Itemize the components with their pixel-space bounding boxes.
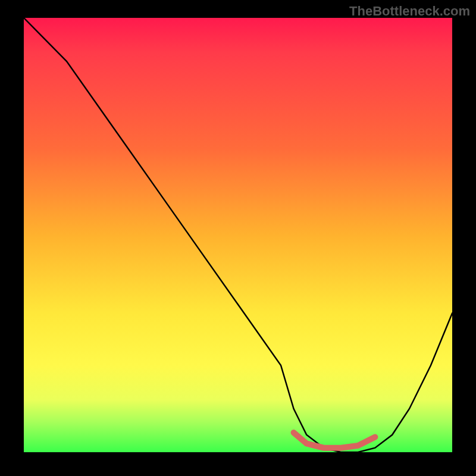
bottleneck-curve-path: [24, 18, 452, 452]
watermark-text: TheBottleneck.com: [349, 4, 470, 19]
plot-area: [24, 18, 452, 452]
curve-svg: [24, 18, 452, 452]
